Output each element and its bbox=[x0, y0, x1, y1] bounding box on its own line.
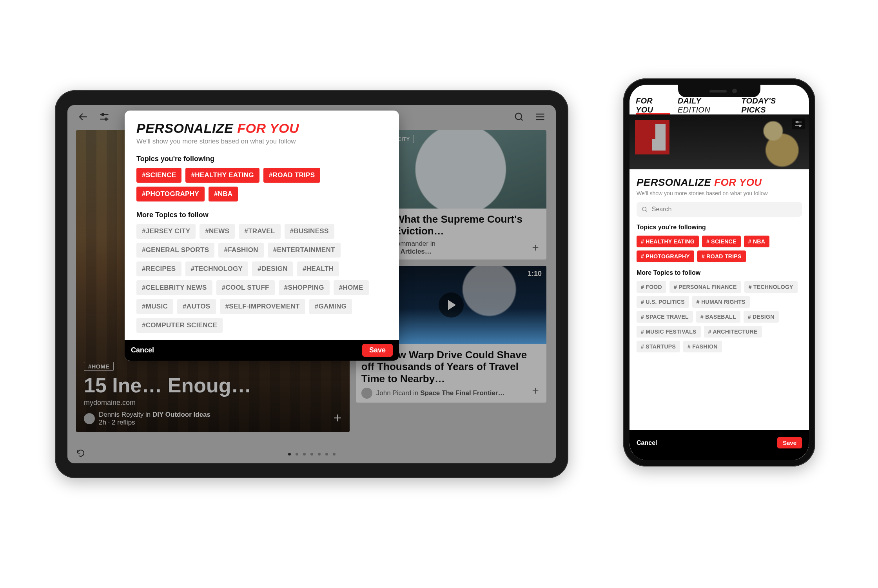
phone-device: FOR YOU DAILY EDITION TODAY'S PICKS PERS… bbox=[623, 78, 815, 466]
topic-chip[interactable]: #NBA bbox=[209, 187, 238, 201]
modal-subtitle: We'll show you more stories based on wha… bbox=[637, 190, 802, 196]
following-header: Topics you're following bbox=[637, 224, 802, 231]
topic-chip[interactable]: # DESIGN bbox=[744, 311, 779, 323]
topic-chip[interactable]: #CELEBRITY NEWS bbox=[136, 280, 212, 295]
more-chips: # FOOD# PERSONAL FINANCE# TECHNOLOGY# U.… bbox=[637, 281, 802, 352]
refresh-icon[interactable] bbox=[76, 448, 85, 459]
search-input[interactable] bbox=[637, 202, 802, 217]
byline-meta: 2h · 2 reflips bbox=[99, 419, 135, 426]
topic-chip[interactable]: #ROAD TRIPS bbox=[263, 168, 321, 183]
more-header: More Topics to follow bbox=[136, 211, 387, 219]
topic-chip[interactable]: #GENERAL SPORTS bbox=[136, 243, 214, 258]
save-button[interactable]: Save bbox=[777, 437, 802, 448]
avatar bbox=[361, 388, 372, 399]
byline-topic: Space The Final Frontier… bbox=[420, 389, 504, 397]
page-dots[interactable] bbox=[288, 453, 336, 456]
topic-chip[interactable]: #HEALTH bbox=[297, 261, 339, 276]
avatar bbox=[84, 413, 95, 424]
phone-screen: FOR YOU DAILY EDITION TODAY'S PICKS PERS… bbox=[629, 85, 809, 460]
add-icon[interactable]: ＋ bbox=[530, 383, 541, 398]
tab-for-you[interactable]: FOR YOU bbox=[636, 96, 672, 114]
svg-point-5 bbox=[642, 207, 646, 211]
video-duration: 1:10 bbox=[528, 270, 542, 278]
topic-chip[interactable]: # FOOD bbox=[637, 281, 666, 293]
search-icon bbox=[641, 206, 648, 213]
topic-chip[interactable]: #MUSIC bbox=[136, 299, 173, 314]
topic-chip[interactable]: # BASEBALL bbox=[696, 311, 740, 323]
topic-chip[interactable]: #BUSINESS bbox=[285, 224, 334, 239]
flipboard-logo-icon bbox=[635, 120, 669, 154]
save-button[interactable]: Save bbox=[362, 344, 393, 357]
feature-domain: mydomaine.com bbox=[84, 399, 342, 407]
topic-chip[interactable]: #COMPUTER SCIENCE bbox=[136, 318, 223, 333]
topic-chip[interactable]: #COOL STUFF bbox=[216, 280, 275, 295]
more-header: More Topics to follow bbox=[637, 269, 802, 276]
topic-chip[interactable]: # FASHION bbox=[683, 341, 722, 352]
topic-chip[interactable]: # HEALTHY EATING bbox=[637, 236, 699, 247]
modal-title: PERSONALIZE FOR YOU bbox=[637, 176, 802, 189]
topic-chip[interactable]: #AUTOS bbox=[177, 299, 216, 314]
following-chips: #SCIENCE#HEALTHY EATING#ROAD TRIPS#PHOTO… bbox=[136, 168, 387, 201]
topic-chip[interactable]: # STARTUPS bbox=[637, 341, 680, 352]
following-chips: # HEALTHY EATING# SCIENCE# NBA# PHOTOGRA… bbox=[637, 236, 802, 262]
personalize-modal: PERSONALIZE FOR YOU We'll show you more … bbox=[125, 111, 399, 361]
tablet-device: #HOME 15 Ine… Enoug… mydomaine.com Denni… bbox=[55, 90, 568, 478]
topic-chip[interactable]: #TRAVEL bbox=[239, 224, 280, 239]
topic-chip[interactable]: #JERSEY CITY bbox=[136, 224, 196, 239]
topic-chip[interactable]: #ENTERTAINMENT bbox=[268, 243, 341, 258]
phone-notch bbox=[678, 85, 760, 97]
byline-topic: DIY Outdoor Ideas bbox=[152, 411, 210, 418]
topic-chip[interactable]: #TECHNOLOGY bbox=[185, 261, 249, 276]
topic-chip[interactable]: #PHOTOGRAPHY bbox=[136, 187, 205, 201]
tab-todays-picks[interactable]: TODAY'S PICKS bbox=[741, 96, 803, 114]
topic-chip[interactable]: #SELF-IMPROVEMENT bbox=[220, 299, 305, 314]
topic-chip[interactable]: #SHOPPING bbox=[279, 280, 330, 295]
personalize-modal: PERSONALIZE FOR YOU We'll show you more … bbox=[629, 169, 809, 460]
tab-daily-edition[interactable]: DAILY EDITION bbox=[678, 96, 736, 114]
topic-chip[interactable]: # NBA bbox=[744, 236, 770, 247]
topic-chip[interactable]: # MUSIC FESTIVALS bbox=[637, 326, 701, 338]
add-icon[interactable]: ＋ bbox=[530, 240, 541, 255]
modal-subtitle: We'll show you more stories based on wha… bbox=[136, 138, 387, 145]
modal-actions: Cancel Save bbox=[125, 340, 399, 361]
feature-title: 15 Ine… Enoug… bbox=[84, 375, 342, 396]
topic-badge[interactable]: #HOME bbox=[84, 362, 114, 371]
topic-chip[interactable]: # U.S. POLITICS bbox=[637, 296, 689, 308]
topic-chip[interactable]: # PHOTOGRAPHY bbox=[637, 250, 694, 262]
tablet-screen: #HOME 15 Ine… Enoug… mydomaine.com Denni… bbox=[67, 105, 556, 463]
topic-chip[interactable]: # HUMAN RIGHTS bbox=[692, 296, 750, 308]
topic-chip[interactable]: # ROAD TRIPS bbox=[697, 250, 746, 262]
topic-chip[interactable]: #NEWS bbox=[200, 224, 235, 239]
cancel-button[interactable]: Cancel bbox=[637, 439, 657, 446]
phone-hero bbox=[629, 114, 809, 169]
tablet-bottombar bbox=[67, 445, 556, 463]
more-chips: #JERSEY CITY#NEWS#TRAVEL#BUSINESS#GENERA… bbox=[136, 224, 387, 333]
topic-chip[interactable]: # PERSONAL FINANCE bbox=[669, 281, 741, 293]
topic-chip[interactable]: #HOME bbox=[334, 280, 369, 295]
modal-title: PERSONALIZE FOR YOU bbox=[136, 121, 387, 136]
sliders-icon[interactable] bbox=[792, 118, 805, 129]
play-icon[interactable] bbox=[439, 292, 464, 318]
topic-chip[interactable]: #GAMING bbox=[309, 299, 352, 314]
search-field[interactable] bbox=[652, 206, 797, 213]
topic-chip[interactable]: # SCIENCE bbox=[702, 236, 741, 247]
add-icon[interactable]: ＋ bbox=[331, 408, 344, 426]
following-header: Topics you're following bbox=[136, 155, 387, 163]
topic-chip[interactable]: #RECIPES bbox=[136, 261, 181, 276]
byline-author: John Picard bbox=[376, 389, 412, 397]
cancel-button[interactable]: Cancel bbox=[131, 346, 154, 354]
byline-author: Dennis Royalty bbox=[99, 411, 143, 418]
topic-chip[interactable]: # ARCHITECTURE bbox=[704, 326, 762, 338]
topic-chip[interactable]: #FASHION bbox=[218, 243, 263, 258]
topic-chip[interactable]: #HEALTHY EATING bbox=[185, 168, 259, 183]
topic-chip[interactable]: #SCIENCE bbox=[136, 168, 181, 183]
modal-actions: Cancel Save bbox=[629, 430, 809, 460]
topic-chip[interactable]: #DESIGN bbox=[252, 261, 293, 276]
topic-chip[interactable]: # TECHNOLOGY bbox=[744, 281, 798, 293]
topic-chip[interactable]: # SPACE TRAVEL bbox=[637, 311, 693, 323]
